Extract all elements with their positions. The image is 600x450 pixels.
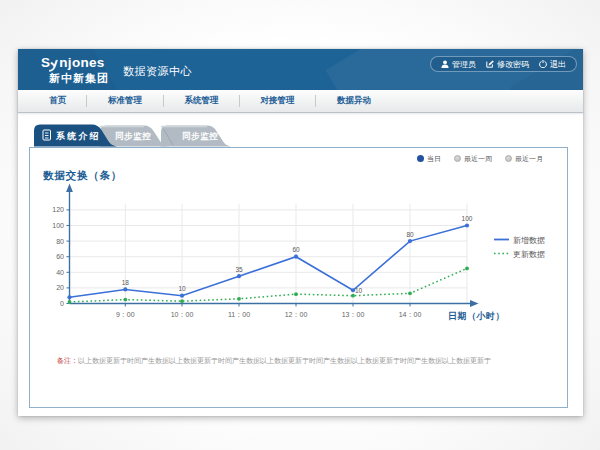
radio-last-month[interactable]: 最近一月 — [505, 154, 543, 164]
radio-last-month-label: 最近一月 — [515, 154, 543, 164]
nav-item-home[interactable]: 首页 — [18, 95, 87, 107]
footnote-label: 备注 — [57, 357, 71, 364]
app-header: Snjones 新中新集团 数据资源中心 管理员 修改密码 退出 — [18, 49, 583, 90]
y-tick-label: 80 — [56, 237, 64, 244]
legend-label: 更新数据 — [513, 249, 545, 258]
point-label: 80 — [406, 230, 414, 237]
nav-item-standard-mgmt[interactable]: 标准管理 — [87, 95, 164, 107]
radio-today-label: 当日 — [427, 154, 441, 164]
footnote: 备注：以上数据更新于时间产生数据以上数据更新于时间产生数据以上数据更新于时间产生… — [57, 356, 491, 366]
x-tick-label: 13：00 — [342, 310, 365, 317]
data-point — [408, 239, 412, 243]
y-tick-label: 60 — [56, 253, 64, 260]
radio-unselected-icon — [505, 155, 512, 162]
y-axis-arrow-icon — [66, 183, 73, 192]
current-user-label: 管理员 — [452, 59, 476, 70]
x-axis-arrow-icon — [470, 299, 479, 306]
user-icon — [441, 60, 449, 68]
footnote-colon: ： — [71, 357, 78, 364]
chart-panel: 0204060801001209：0010：0011：0012：0013：001… — [29, 147, 568, 408]
logo-wordmark: Snjones — [41, 56, 109, 70]
y-tick-label: 0 — [60, 299, 64, 306]
data-point — [294, 292, 298, 296]
tab-sync-monitor-2-label: 同步监控 — [182, 131, 218, 141]
change-password-label: 修改密码 — [497, 59, 529, 70]
tab-sync-monitor-1-label: 同步监控 — [115, 131, 151, 141]
power-icon — [539, 60, 547, 68]
content-area: 系统介绍 同步监控 同步监控 0204060801001209：0010：001… — [18, 113, 583, 415]
y-tick-label: 40 — [56, 268, 64, 275]
current-user[interactable]: 管理员 — [441, 59, 476, 70]
data-point — [68, 300, 72, 304]
data-point — [180, 299, 184, 303]
x-axis-title: 日期（小时） — [448, 311, 505, 321]
data-point — [123, 287, 127, 291]
point-label: 100 — [462, 215, 473, 222]
series-line-更新数据 — [70, 268, 468, 302]
data-point — [465, 223, 469, 227]
nav-item-system-mgmt[interactable]: 系统管理 — [164, 95, 240, 107]
point-label: 60 — [292, 246, 300, 253]
x-tick-label: 11：00 — [228, 310, 250, 317]
line-chart: 0204060801001209：0010：0011：0012：0013：001… — [30, 148, 567, 409]
point-label: 10 — [355, 287, 363, 294]
data-point — [408, 291, 412, 295]
y-axis-title: 数据交换（条） — [42, 169, 122, 182]
data-point — [67, 295, 71, 299]
data-point — [465, 266, 469, 270]
footnote-text: 以上数据更新于时间产生数据以上数据更新于时间产生数据以上数据更新于时间产生数据以… — [78, 357, 491, 364]
x-tick-label: 10：00 — [171, 310, 194, 317]
tab-bar: 系统介绍 同步监控 同步监控 — [15, 124, 245, 147]
point-label: 10 — [178, 285, 186, 292]
radio-unselected-icon — [454, 155, 461, 162]
edit-icon — [486, 60, 494, 68]
x-tick-label: 9：00 — [116, 310, 135, 317]
tab-system-intro-label: 系统介绍 — [55, 131, 101, 141]
nav-item-data-change[interactable]: 数据异动 — [316, 95, 392, 107]
page-title: 数据资源中心 — [123, 64, 192, 79]
point-label: 18 — [122, 278, 130, 285]
data-point — [351, 293, 355, 297]
data-point — [237, 296, 241, 300]
legend-label: 新增数据 — [513, 235, 545, 244]
x-tick-label: 12：00 — [285, 310, 308, 317]
data-point — [237, 274, 241, 278]
y-tick-label: 120 — [52, 206, 64, 213]
radio-last-week[interactable]: 最近一周 — [454, 154, 492, 164]
logo-letters-njones: njones — [59, 56, 104, 70]
company-logo: Snjones 新中新集团 — [41, 56, 109, 84]
data-point — [294, 254, 298, 258]
user-toolbar: 管理员 修改密码 退出 — [430, 56, 577, 72]
radio-today[interactable]: 当日 — [417, 154, 441, 164]
data-point — [180, 293, 184, 297]
y-tick-label: 20 — [56, 284, 64, 291]
radio-last-week-label: 最近一周 — [464, 154, 492, 164]
nav-item-interface-mgmt[interactable]: 对接管理 — [240, 95, 316, 107]
time-range-filter: 当日 最近一周 最近一月 — [417, 154, 543, 164]
logout-button[interactable]: 退出 — [539, 59, 566, 70]
point-label: 35 — [235, 265, 243, 272]
logout-label: 退出 — [550, 59, 566, 70]
change-password-button[interactable]: 修改密码 — [486, 59, 529, 70]
main-nav: 首页 标准管理 系统管理 对接管理 数据异动 — [18, 90, 583, 113]
radio-selected-icon — [417, 155, 424, 162]
x-tick-label: 14：00 — [399, 310, 422, 317]
data-point — [123, 297, 127, 301]
y-tick-label: 100 — [52, 221, 64, 228]
logo-chinese-name: 新中新集团 — [49, 73, 109, 84]
main-window: Snjones 新中新集团 数据资源中心 管理员 修改密码 退出 首页 标准管理… — [18, 49, 583, 416]
